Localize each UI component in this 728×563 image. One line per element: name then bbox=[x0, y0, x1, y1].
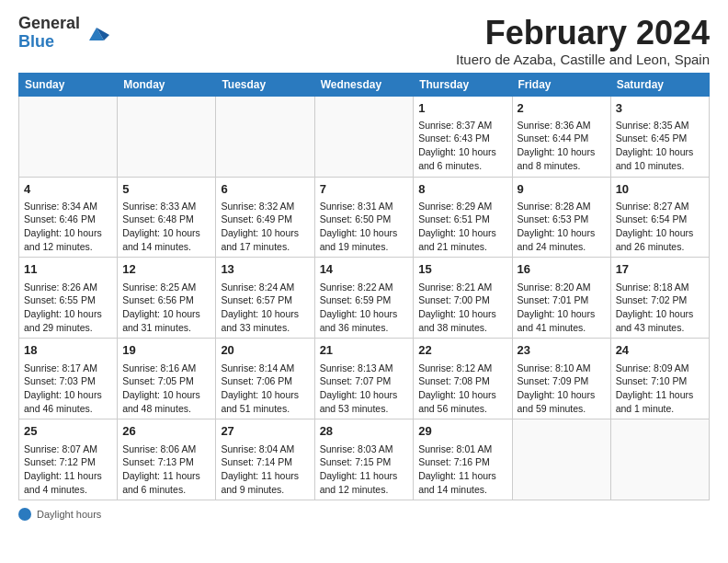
day-info: Sunrise: 8:06 AM Sunset: 7:13 PM Dayligh… bbox=[122, 442, 210, 497]
day-number: 17 bbox=[616, 261, 704, 278]
day-info: Sunrise: 8:04 AM Sunset: 7:14 PM Dayligh… bbox=[221, 442, 309, 497]
table-row bbox=[314, 96, 414, 177]
logo-icon bbox=[84, 20, 109, 46]
table-row: 26Sunrise: 8:06 AM Sunset: 7:13 PM Dayli… bbox=[118, 419, 216, 500]
footer-label: Daylight hours bbox=[37, 509, 101, 520]
day-number: 29 bbox=[418, 423, 506, 440]
day-number: 7 bbox=[320, 181, 409, 198]
day-number: 20 bbox=[221, 342, 309, 359]
table-row: 19Sunrise: 8:16 AM Sunset: 7:05 PM Dayli… bbox=[118, 339, 216, 419]
table-row: 28Sunrise: 8:03 AM Sunset: 7:15 PM Dayli… bbox=[314, 419, 414, 500]
footer: Daylight hours bbox=[18, 508, 710, 521]
day-number: 27 bbox=[221, 423, 309, 440]
day-info: Sunrise: 8:37 AM Sunset: 6:43 PM Dayligh… bbox=[418, 119, 506, 173]
day-number: 24 bbox=[616, 342, 704, 359]
day-info: Sunrise: 8:17 AM Sunset: 7:03 PM Dayligh… bbox=[24, 362, 112, 416]
day-info: Sunrise: 8:27 AM Sunset: 6:54 PM Dayligh… bbox=[616, 200, 704, 254]
day-number: 16 bbox=[518, 261, 606, 278]
page-header: General Blue February 2024 Ituero de Aza… bbox=[18, 15, 710, 67]
calendar-week-1: 4Sunrise: 8:34 AM Sunset: 6:46 PM Daylig… bbox=[19, 177, 710, 258]
table-row bbox=[216, 96, 314, 177]
table-row: 2Sunrise: 8:36 AM Sunset: 6:44 PM Daylig… bbox=[512, 96, 610, 177]
day-number: 2 bbox=[518, 100, 606, 117]
logo-general-text: General bbox=[18, 15, 80, 33]
day-number: 22 bbox=[418, 342, 506, 359]
calendar-header-saturday: Saturday bbox=[610, 73, 709, 96]
table-row: 13Sunrise: 8:24 AM Sunset: 6:57 PM Dayli… bbox=[216, 258, 314, 339]
logo-blue-text: Blue bbox=[18, 33, 80, 52]
day-info: Sunrise: 8:07 AM Sunset: 7:12 PM Dayligh… bbox=[24, 442, 112, 497]
table-row: 18Sunrise: 8:17 AM Sunset: 7:03 PM Dayli… bbox=[19, 339, 118, 419]
day-info: Sunrise: 8:26 AM Sunset: 6:55 PM Dayligh… bbox=[24, 281, 112, 335]
calendar-week-4: 25Sunrise: 8:07 AM Sunset: 7:12 PM Dayli… bbox=[19, 419, 710, 500]
day-info: Sunrise: 8:28 AM Sunset: 6:53 PM Dayligh… bbox=[518, 200, 606, 254]
table-row: 20Sunrise: 8:14 AM Sunset: 7:06 PM Dayli… bbox=[216, 339, 314, 419]
table-row bbox=[118, 96, 216, 177]
table-row: 24Sunrise: 8:09 AM Sunset: 7:10 PM Dayli… bbox=[610, 339, 709, 419]
day-number: 6 bbox=[221, 181, 309, 198]
table-row: 6Sunrise: 8:32 AM Sunset: 6:49 PM Daylig… bbox=[216, 177, 314, 258]
table-row: 7Sunrise: 8:31 AM Sunset: 6:50 PM Daylig… bbox=[314, 177, 414, 258]
day-number: 18 bbox=[24, 342, 112, 359]
day-number: 26 bbox=[122, 423, 210, 440]
table-row: 29Sunrise: 8:01 AM Sunset: 7:16 PM Dayli… bbox=[414, 419, 512, 500]
table-row: 16Sunrise: 8:20 AM Sunset: 7:01 PM Dayli… bbox=[512, 258, 610, 339]
table-row: 10Sunrise: 8:27 AM Sunset: 6:54 PM Dayli… bbox=[610, 177, 709, 258]
calendar-week-3: 18Sunrise: 8:17 AM Sunset: 7:03 PM Dayli… bbox=[19, 339, 710, 419]
table-row: 22Sunrise: 8:12 AM Sunset: 7:08 PM Dayli… bbox=[414, 339, 512, 419]
day-number: 5 bbox=[122, 181, 210, 198]
calendar-header-friday: Friday bbox=[512, 73, 610, 96]
day-info: Sunrise: 8:18 AM Sunset: 7:02 PM Dayligh… bbox=[616, 281, 704, 335]
day-info: Sunrise: 8:09 AM Sunset: 7:10 PM Dayligh… bbox=[616, 362, 704, 416]
logo: General Blue bbox=[18, 15, 109, 52]
day-number: 4 bbox=[24, 181, 112, 198]
day-info: Sunrise: 8:14 AM Sunset: 7:06 PM Dayligh… bbox=[221, 362, 309, 416]
day-info: Sunrise: 8:21 AM Sunset: 7:00 PM Dayligh… bbox=[418, 281, 506, 335]
title-block: February 2024 Ituero de Azaba, Castille … bbox=[456, 15, 710, 67]
table-row: 11Sunrise: 8:26 AM Sunset: 6:55 PM Dayli… bbox=[19, 258, 118, 339]
day-number: 11 bbox=[24, 261, 112, 278]
table-row: 25Sunrise: 8:07 AM Sunset: 7:12 PM Dayli… bbox=[19, 419, 118, 500]
day-info: Sunrise: 8:29 AM Sunset: 6:51 PM Dayligh… bbox=[418, 200, 506, 254]
table-row: 1Sunrise: 8:37 AM Sunset: 6:43 PM Daylig… bbox=[414, 96, 512, 177]
day-number: 15 bbox=[418, 261, 506, 278]
day-number: 14 bbox=[320, 261, 409, 278]
calendar-week-0: 1Sunrise: 8:37 AM Sunset: 6:43 PM Daylig… bbox=[19, 96, 710, 177]
daylight-icon bbox=[18, 508, 31, 521]
day-number: 28 bbox=[320, 423, 409, 440]
month-title: February 2024 bbox=[456, 15, 710, 52]
calendar-header-row: SundayMondayTuesdayWednesdayThursdayFrid… bbox=[19, 73, 710, 96]
day-info: Sunrise: 8:35 AM Sunset: 6:45 PM Dayligh… bbox=[616, 119, 704, 173]
day-number: 10 bbox=[616, 181, 704, 198]
day-info: Sunrise: 8:20 AM Sunset: 7:01 PM Dayligh… bbox=[518, 281, 606, 335]
day-info: Sunrise: 8:22 AM Sunset: 6:59 PM Dayligh… bbox=[320, 281, 409, 335]
table-row: 12Sunrise: 8:25 AM Sunset: 6:56 PM Dayli… bbox=[118, 258, 216, 339]
table-row: 8Sunrise: 8:29 AM Sunset: 6:51 PM Daylig… bbox=[414, 177, 512, 258]
day-number: 21 bbox=[320, 342, 409, 359]
day-number: 12 bbox=[122, 261, 210, 278]
calendar-table: SundayMondayTuesdayWednesdayThursdayFrid… bbox=[18, 73, 710, 501]
table-row bbox=[610, 419, 709, 500]
day-info: Sunrise: 8:31 AM Sunset: 6:50 PM Dayligh… bbox=[320, 200, 409, 254]
calendar-header-tuesday: Tuesday bbox=[216, 73, 314, 96]
calendar-header-thursday: Thursday bbox=[414, 73, 512, 96]
day-info: Sunrise: 8:33 AM Sunset: 6:48 PM Dayligh… bbox=[122, 200, 210, 254]
table-row: 21Sunrise: 8:13 AM Sunset: 7:07 PM Dayli… bbox=[314, 339, 414, 419]
day-number: 13 bbox=[221, 261, 309, 278]
table-row bbox=[512, 419, 610, 500]
day-info: Sunrise: 8:36 AM Sunset: 6:44 PM Dayligh… bbox=[518, 119, 606, 173]
day-number: 3 bbox=[616, 100, 704, 117]
table-row: 4Sunrise: 8:34 AM Sunset: 6:46 PM Daylig… bbox=[19, 177, 118, 258]
table-row: 9Sunrise: 8:28 AM Sunset: 6:53 PM Daylig… bbox=[512, 177, 610, 258]
day-info: Sunrise: 8:10 AM Sunset: 7:09 PM Dayligh… bbox=[518, 362, 606, 416]
table-row: 23Sunrise: 8:10 AM Sunset: 7:09 PM Dayli… bbox=[512, 339, 610, 419]
day-number: 1 bbox=[418, 100, 506, 117]
day-info: Sunrise: 8:03 AM Sunset: 7:15 PM Dayligh… bbox=[320, 442, 409, 497]
day-info: Sunrise: 8:12 AM Sunset: 7:08 PM Dayligh… bbox=[418, 362, 506, 416]
calendar-week-2: 11Sunrise: 8:26 AM Sunset: 6:55 PM Dayli… bbox=[19, 258, 710, 339]
calendar-header-wednesday: Wednesday bbox=[314, 73, 414, 96]
day-info: Sunrise: 8:32 AM Sunset: 6:49 PM Dayligh… bbox=[221, 200, 309, 254]
table-row: 27Sunrise: 8:04 AM Sunset: 7:14 PM Dayli… bbox=[216, 419, 314, 500]
day-number: 23 bbox=[518, 342, 606, 359]
table-row: 5Sunrise: 8:33 AM Sunset: 6:48 PM Daylig… bbox=[118, 177, 216, 258]
